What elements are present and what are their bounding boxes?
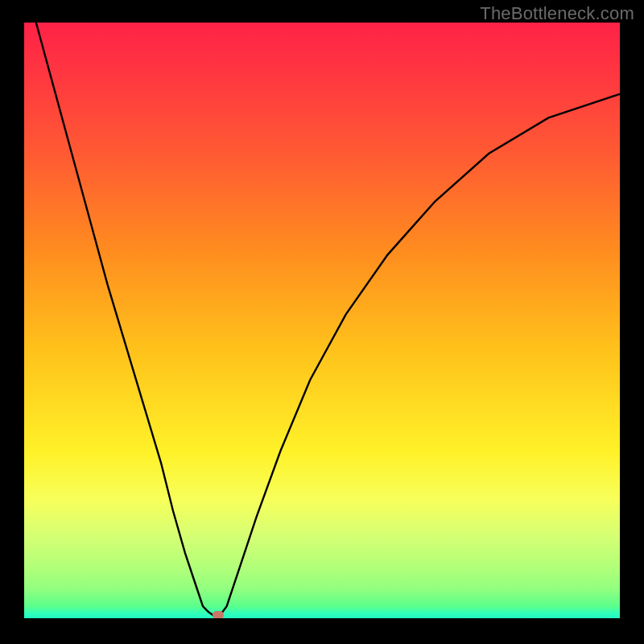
watermark-text: TheBottleneck.com bbox=[480, 3, 634, 24]
optimum-marker bbox=[213, 611, 224, 618]
plot-area bbox=[24, 23, 620, 618]
bottleneck-curve bbox=[36, 23, 620, 618]
chart-frame: TheBottleneck.com bbox=[0, 0, 644, 644]
curve-svg bbox=[24, 23, 620, 618]
